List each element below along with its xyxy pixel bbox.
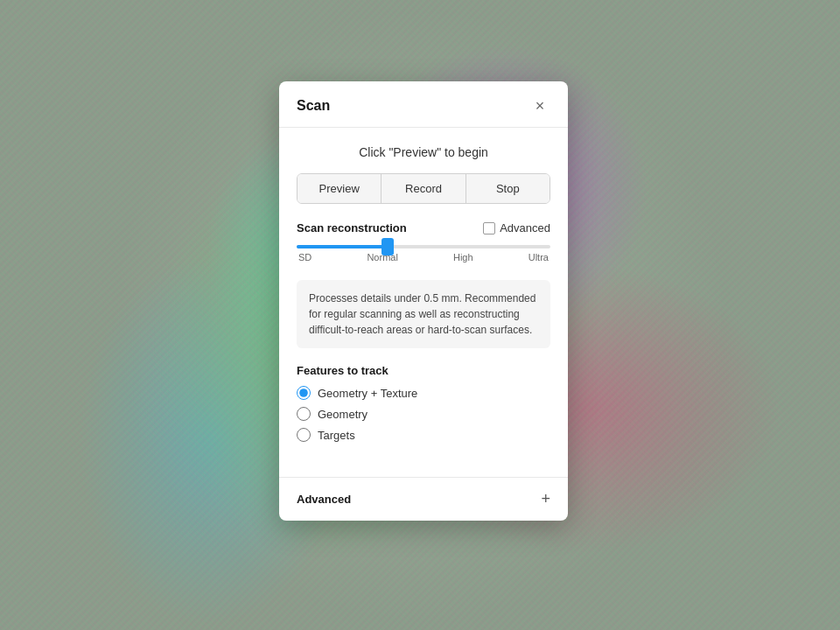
radio-label-targets: Targets xyxy=(318,429,355,442)
radio-targets[interactable] xyxy=(297,428,311,442)
close-button[interactable]: × xyxy=(529,95,550,116)
advanced-label: Advanced xyxy=(500,221,550,234)
slider-track xyxy=(297,245,550,248)
slider-fill xyxy=(297,245,393,248)
slider-label-ultra: Ultra xyxy=(528,252,549,262)
scan-reconstruction-label: Scan reconstruction xyxy=(297,221,407,234)
info-box: Processes details under 0.5 mm. Recommen… xyxy=(297,280,550,348)
quality-slider-wrapper: SD Normal High Ultra xyxy=(297,245,550,262)
dialog-body: Click "Preview" to begin Preview Record … xyxy=(279,128,568,477)
radio-label-geometry-texture: Geometry + Texture xyxy=(318,387,417,400)
slider-label-high: High xyxy=(453,252,473,262)
record-button[interactable]: Record xyxy=(382,174,466,203)
advanced-footer-label: Advanced xyxy=(297,493,351,506)
action-button-group: Preview Record Stop xyxy=(297,173,550,204)
dialog-header: Scan × xyxy=(279,81,568,128)
radio-item-targets[interactable]: Targets xyxy=(297,428,550,442)
dialog-title: Scan xyxy=(297,98,330,114)
scan-reconstruction-header: Scan reconstruction Advanced xyxy=(297,221,550,234)
scan-dialog: Scan × Click "Preview" to begin Preview … xyxy=(279,81,568,521)
slider-label-sd: SD xyxy=(298,252,312,262)
features-radio-group: Geometry + Texture Geometry Targets xyxy=(297,386,550,442)
expand-icon: + xyxy=(541,490,550,508)
advanced-checkbox[interactable] xyxy=(483,222,495,234)
radio-geometry[interactable] xyxy=(297,407,311,421)
stop-button[interactable]: Stop xyxy=(466,174,550,203)
info-box-text: Processes details under 0.5 mm. Recommen… xyxy=(309,290,538,338)
features-title: Features to track xyxy=(297,364,550,377)
preview-instruction: Click "Preview" to begin xyxy=(297,145,550,159)
slider-thumb[interactable] xyxy=(382,238,394,256)
advanced-section[interactable]: Advanced + xyxy=(279,477,568,521)
radio-geometry-texture[interactable] xyxy=(297,386,311,400)
radio-label-geometry: Geometry xyxy=(318,408,368,421)
advanced-checkbox-label[interactable]: Advanced xyxy=(483,221,550,234)
radio-item-geometry-texture[interactable]: Geometry + Texture xyxy=(297,386,550,400)
preview-button[interactable]: Preview xyxy=(298,174,382,203)
slider-labels: SD Normal High Ultra xyxy=(297,252,550,262)
radio-item-geometry[interactable]: Geometry xyxy=(297,407,550,421)
